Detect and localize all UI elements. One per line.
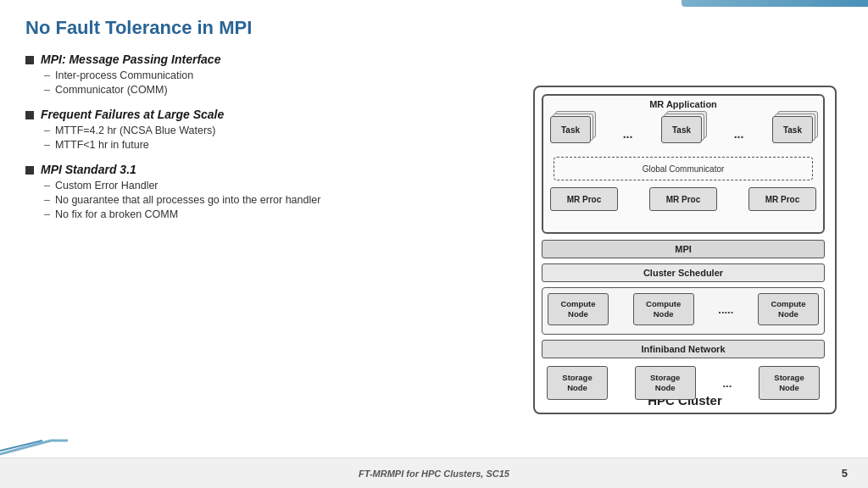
global-comm-label: Global Communicator: [643, 164, 725, 174]
sub-bullet-text-mpi-1: Inter-process Communication: [55, 69, 193, 81]
mpi-bar: MPI: [542, 240, 825, 258]
compute-nodes-inner: ComputeNode ComputeNode ..... ComputeNod…: [548, 293, 819, 325]
bullet-section-failures: Frequent Failures at Large Scale – MTTF=…: [25, 108, 512, 151]
bullet-icon-mpi: [25, 56, 34, 64]
mr-proc-box-1: MR Proc: [550, 187, 618, 211]
sub-bullet-text-standard-1: Custom Error Handler: [55, 180, 159, 191]
sub-bullet-mpi-2: – Communicator (COMM): [44, 84, 512, 96]
storage-node-2: StorageNode: [635, 366, 696, 400]
sub-bullet-standard-3: – No fix for a broken COMM: [44, 208, 512, 220]
main-bullet-standard: MPI Standard 3.1: [25, 163, 512, 176]
task-dots: ...: [623, 127, 633, 141]
task-box-wrapper-3: Task: [772, 116, 816, 147]
mr-proc-box-2: MR Proc: [649, 187, 717, 211]
main-bullet-text-standard: MPI Standard 3.1: [41, 163, 136, 176]
dash-standard-3: –: [44, 208, 50, 220]
task-box-2: Task: [661, 116, 702, 143]
page-number: 5: [842, 467, 848, 480]
sub-bullet-failures-1: – MTTF=4.2 hr (NCSA Blue Waters): [44, 125, 512, 136]
compute-node-1: ComputeNode: [548, 293, 609, 325]
sub-bullets-standard: – Custom Error Handler – No guarantee th…: [44, 180, 512, 220]
task-stack-3: Task: [772, 116, 816, 147]
mr-proc-box-3: MR Proc: [748, 187, 816, 211]
main-bullet-text-mpi: MPI: Message Passing Interface: [41, 53, 220, 66]
sub-bullet-text-standard-2: No guarantee that all processes go into …: [55, 194, 320, 206]
storage-dots: ...: [722, 377, 732, 390]
bullet-icon-failures: [25, 111, 34, 119]
mr-proc-row: MR Proc MR Proc MR Proc: [550, 187, 816, 211]
mr-app-label: MR Application: [649, 99, 717, 109]
main-bullet-mpi: MPI: Message Passing Interface: [25, 53, 512, 66]
sub-bullet-text-failures-2: MTTF<1 hr in future: [55, 139, 149, 151]
sub-bullet-text-failures-1: MTTF=4.2 hr (NCSA Blue Waters): [55, 125, 216, 136]
storage-node-3: StorageNode: [759, 366, 820, 400]
footer-text: FT-MRMPI for HPC Clusters, SC15: [359, 469, 509, 479]
sub-bullet-standard-1: – Custom Error Handler: [44, 180, 512, 191]
sub-bullet-failures-2: – MTTF<1 hr in future: [44, 139, 512, 151]
footer-bar: FT-MRMPI for HPC Clusters, SC15 5: [0, 458, 868, 488]
dash-standard-2: –: [44, 194, 50, 206]
bullet-icon-standard: [25, 166, 34, 175]
task-box-wrapper-2: Task: [661, 116, 705, 147]
compute-node-2: ComputeNode: [633, 293, 694, 325]
sub-bullet-standard-2: – No guarantee that all processes go int…: [44, 194, 512, 206]
main-bullet-text-failures: Frequent Failures at Large Scale: [41, 108, 224, 121]
storage-nodes-area: StorageNode StorageNode ... StorageNode: [542, 363, 825, 402]
infiniband-bar: Infiniband Network: [542, 340, 825, 358]
task-stack-1: Task: [550, 116, 594, 147]
task-box-3: Task: [772, 116, 813, 143]
task-box-1: Task: [550, 116, 591, 143]
content-area: MPI: Message Passing Interface – Inter-p…: [25, 53, 843, 449]
slide-title: No Fault Tolerance in MPI: [25, 17, 843, 39]
sub-bullet-text-standard-3: No fix for a broken COMM: [55, 208, 178, 220]
bottom-left-accent: [0, 437, 68, 458]
tasks-row: Task ... Task ...: [550, 116, 816, 147]
dash-mpi-2: –: [44, 84, 50, 96]
hpc-diagram: HPC Cluster MR Application Task: [533, 86, 838, 416]
dash-mpi-1: –: [44, 69, 50, 81]
dash-standard-1: –: [44, 180, 50, 191]
task-stack-2: Task: [661, 116, 705, 147]
compute-dots: .....: [718, 303, 733, 316]
task-box-wrapper-1: Task: [550, 116, 594, 147]
sub-bullet-text-mpi-2: Communicator (COMM): [55, 84, 168, 96]
sub-bullets-mpi: – Inter-process Communication – Communic…: [44, 69, 512, 96]
sub-bullet-mpi-1: – Inter-process Communication: [44, 69, 512, 81]
slide-content: No Fault Tolerance in MPI MPI: Message P…: [0, 0, 868, 458]
global-communicator-box: Global Communicator: [554, 157, 813, 180]
task-dots-2: ...: [734, 127, 744, 141]
compute-node-3: ComputeNode: [758, 293, 819, 325]
dash-failures-2: –: [44, 139, 50, 151]
bullet-section-mpi: MPI: Message Passing Interface – Inter-p…: [25, 53, 512, 96]
bullet-section-standard: MPI Standard 3.1 – Custom Error Handler …: [25, 163, 512, 220]
sub-bullets-failures: – MTTF=4.2 hr (NCSA Blue Waters) – MTTF<…: [44, 125, 512, 151]
dash-failures-1: –: [44, 125, 50, 136]
main-bullet-failures: Frequent Failures at Large Scale: [25, 108, 512, 121]
left-column: MPI: Message Passing Interface – Inter-p…: [25, 53, 512, 449]
storage-node-1: StorageNode: [547, 366, 608, 400]
cluster-scheduler-bar: Cluster Scheduler: [542, 263, 825, 282]
compute-nodes-area: ComputeNode ComputeNode ..... ComputeNod…: [542, 287, 825, 335]
diagram-area: HPC Cluster MR Application Task: [529, 53, 843, 449]
mr-application-box: MR Application Task ...: [542, 94, 825, 234]
